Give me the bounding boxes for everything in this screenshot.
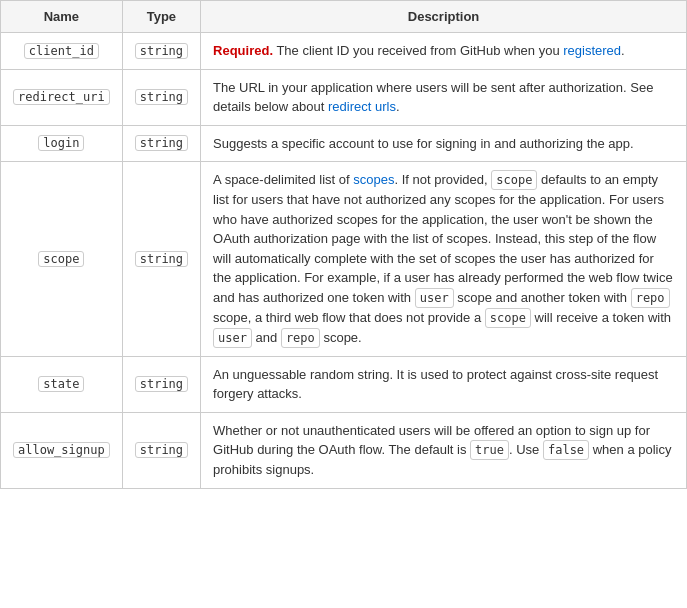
registered-link[interactable]: registered xyxy=(563,43,621,58)
repo-badge-2: repo xyxy=(281,328,320,348)
param-desc-scope: A space-delimited list of scopes. If not… xyxy=(201,162,687,357)
param-name-redirect-uri: redirect_uri xyxy=(13,89,110,105)
col-header-name: Name xyxy=(1,1,123,33)
repo-badge-1: repo xyxy=(631,288,670,308)
user-badge-1: user xyxy=(415,288,454,308)
table-row: login string Suggests a specific account… xyxy=(1,125,687,162)
param-name-allow-signup: allow_signup xyxy=(13,442,110,458)
scope-badge: scope xyxy=(491,170,537,190)
param-desc-state: An unguessable random string. It is used… xyxy=(201,356,687,412)
user-badge-2: user xyxy=(213,328,252,348)
col-header-description: Description xyxy=(201,1,687,33)
table-row: allow_signup string Whether or not unaut… xyxy=(1,412,687,488)
param-name-login: login xyxy=(38,135,84,151)
param-name-state: state xyxy=(38,376,84,392)
table-row: redirect_uri string The URL in your appl… xyxy=(1,69,687,125)
param-name-scope: scope xyxy=(38,251,84,267)
required-label: Required. xyxy=(213,43,273,58)
param-type-login: string xyxy=(135,135,188,151)
scopes-link[interactable]: scopes xyxy=(353,172,394,187)
param-desc-client-id: Required. The client ID you received fro… xyxy=(201,33,687,70)
param-name-client-id: client_id xyxy=(24,43,99,59)
table-row: client_id string Required. The client ID… xyxy=(1,33,687,70)
scope-badge-2: scope xyxy=(485,308,531,328)
redirect-urls-link[interactable]: redirect urls xyxy=(328,99,396,114)
param-type-scope: string xyxy=(135,251,188,267)
param-desc-redirect-uri: The URL in your application where users … xyxy=(201,69,687,125)
table-row: state string An unguessable random strin… xyxy=(1,356,687,412)
param-desc-login: Suggests a specific account to use for s… xyxy=(201,125,687,162)
table-row: scope string A space-delimited list of s… xyxy=(1,162,687,357)
param-type-client-id: string xyxy=(135,43,188,59)
param-type-state: string xyxy=(135,376,188,392)
api-parameters-table: Name Type Description client_id string R… xyxy=(0,0,687,489)
col-header-type: Type xyxy=(122,1,200,33)
param-type-redirect-uri: string xyxy=(135,89,188,105)
false-badge: false xyxy=(543,440,589,460)
param-desc-allow-signup: Whether or not unauthenticated users wil… xyxy=(201,412,687,488)
param-type-allow-signup: string xyxy=(135,442,188,458)
true-badge: true xyxy=(470,440,509,460)
